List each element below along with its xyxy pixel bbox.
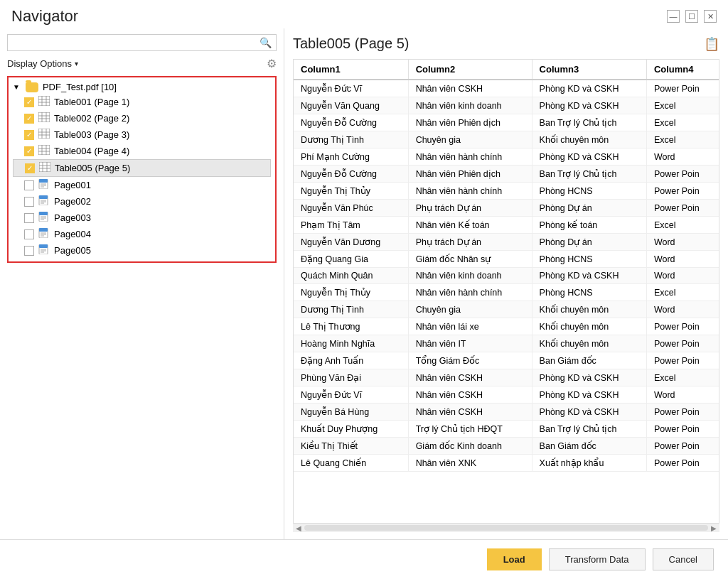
- tree-item-label: Page005: [54, 245, 91, 256]
- table-cell: Nhân viên CSKH: [408, 404, 532, 421]
- svg-rect-15: [38, 145, 50, 155]
- tree-page-item[interactable]: Page004: [13, 226, 271, 242]
- tree-page-item[interactable]: Page002: [13, 193, 271, 210]
- load-button[interactable]: Load: [487, 548, 542, 570]
- page-icon: [38, 244, 50, 256]
- right-header: Table005 (Page 5) 📋: [293, 36, 719, 52]
- table-row: Đặng Anh TuấnTổng Giám ĐốcBan Giám đốcPo…: [294, 352, 719, 369]
- table-column-header: Column2: [408, 60, 532, 80]
- footer: Load Transform Data Cancel: [0, 539, 728, 579]
- table-cell: Excel: [646, 131, 719, 148]
- tree-table-item[interactable]: ✓Table005 (Page 5): [13, 159, 271, 177]
- preview-icon: 📋: [704, 36, 719, 52]
- table-cell: Nhân viên hành chính: [408, 284, 532, 301]
- checkbox[interactable]: ✓: [24, 97, 34, 107]
- tree-item-label: Page004: [54, 229, 91, 239]
- tree-folder-header[interactable]: ▼ PDF_Test.pdf [10]: [13, 80, 271, 94]
- close-button[interactable]: ✕: [704, 10, 717, 23]
- table-row: Quách Minh QuânNhân viên kinh doanhPhòng…: [294, 268, 719, 284]
- table-cell: Ban Trợ lý Chủ tịch: [532, 114, 646, 131]
- table-icon: [38, 96, 50, 108]
- checkbox[interactable]: ✓: [24, 130, 34, 140]
- table-cell: Ban Trợ lý Chủ tịch: [532, 166, 646, 183]
- tree-page-item[interactable]: Page001: [13, 177, 271, 193]
- table-cell: Phòng KD và CSKH: [532, 97, 646, 114]
- checkbox[interactable]: ✓: [24, 146, 34, 156]
- table-cell: Power Poin: [646, 438, 719, 455]
- table-cell: Nguyễn Đỗ Cường: [294, 114, 408, 131]
- table-column-header: Column3: [532, 60, 646, 80]
- checkbox[interactable]: [24, 180, 34, 190]
- table-cell: Power Poin: [646, 318, 719, 335]
- table-cell: Phòng KD và CSKH: [532, 404, 646, 421]
- table-cell: Phòng KD và CSKH: [532, 148, 646, 166]
- maximize-button[interactable]: ☐: [685, 10, 698, 23]
- tree-table-item[interactable]: ✓Table001 (Page 1): [13, 94, 271, 110]
- chevron-down-icon: ▾: [75, 60, 78, 67]
- folder-icon: [26, 82, 38, 92]
- tree-table-item[interactable]: ✓Table003 (Page 3): [13, 126, 271, 143]
- checkbox[interactable]: ✓: [25, 163, 35, 173]
- table-cell: Phụ trách Dự án: [408, 234, 532, 251]
- table-row: Nguyễn Đỗ CườngNhân viên Phiên dịchBan T…: [294, 166, 719, 183]
- table-cell: Word: [646, 301, 719, 318]
- tree-page-item[interactable]: Page005: [13, 242, 271, 259]
- table-cell: Ban Trợ lý Chủ tịch: [532, 421, 646, 438]
- table-body: Nguyễn Đức VĩNhân viên CSKHPhòng KD và C…: [294, 80, 719, 472]
- display-options-button[interactable]: Display Options ▾: [7, 58, 78, 69]
- table-cell: Excel: [646, 284, 719, 301]
- table-cell: Phùng Văn Đại: [294, 369, 408, 386]
- table-cell: Lê Thị Thương: [294, 318, 408, 335]
- horizontal-scrollbar[interactable]: ◀ ▶: [293, 524, 719, 532]
- dialog-title: Navigator: [11, 7, 78, 26]
- table-icon: [38, 145, 50, 157]
- table-cell: Phụ trách Dự án: [408, 200, 532, 217]
- table-cell: Power Poin: [646, 352, 719, 369]
- tree-page-item[interactable]: Page003: [13, 210, 271, 226]
- search-icon: 🔍: [259, 37, 272, 48]
- table-cell: Power Poin: [646, 166, 719, 183]
- table-cell: Phòng KD và CSKH: [532, 369, 646, 386]
- transform-data-button[interactable]: Transform Data: [549, 548, 646, 570]
- table-row: Nguyễn Đỗ CườngNhân viên Phiên dịchBan T…: [294, 114, 719, 131]
- checkbox[interactable]: [24, 213, 34, 223]
- svg-rect-46: [39, 244, 48, 248]
- table-row: Dương Thị TìnhChuyên giaKhối chuyên mônW…: [294, 301, 719, 318]
- table-row: Phùng Văn ĐạiNhân viên CSKHPhòng KD và C…: [294, 369, 719, 386]
- table-cell: Nguyễn Văn Dương: [294, 234, 408, 251]
- main-content: 🔍 Display Options ▾ ⚙ ▼ PDF_Test.pdf [10…: [0, 28, 728, 539]
- checkbox[interactable]: [24, 229, 34, 239]
- table-cell: Word: [646, 148, 719, 166]
- table-cell: Nguyễn Văn Phúc: [294, 200, 408, 217]
- table-cell: Power Poin: [646, 80, 719, 97]
- tree-table-item[interactable]: ✓Table004 (Page 4): [13, 143, 271, 159]
- window-controls: — ☐ ✕: [667, 10, 717, 23]
- tree-table-item[interactable]: ✓Table002 (Page 2): [13, 110, 271, 126]
- scrollbar-track[interactable]: [304, 525, 708, 531]
- scroll-right-icon[interactable]: ▶: [710, 524, 718, 532]
- table-row: Dương Thị TìnhChuyên giaKhối chuyên mônE…: [294, 131, 719, 148]
- table-cell: Giám đốc Nhân sự: [408, 251, 532, 268]
- table-cell: Nguyễn Đức Vĩ: [294, 80, 408, 97]
- scroll-left-icon[interactable]: ◀: [294, 524, 303, 532]
- table-column-header: Column4: [646, 60, 719, 80]
- table-cell: Nhân viên CSKH: [408, 386, 532, 404]
- cancel-button[interactable]: Cancel: [653, 548, 714, 570]
- tree-item-label: Table005 (Page 5): [55, 163, 130, 173]
- table-cell: Nhân viên Phiên dịch: [408, 166, 532, 183]
- settings-icon: ⚙: [267, 57, 277, 70]
- table-cell: Phí Mạnh Cường: [294, 148, 408, 166]
- table-cell: Phòng Dự án: [532, 200, 646, 217]
- table-cell: Nguyễn Văn Quang: [294, 97, 408, 114]
- table-cell: Dương Thị Tình: [294, 131, 408, 148]
- search-input[interactable]: [12, 38, 259, 48]
- checkbox[interactable]: [24, 197, 34, 207]
- checkbox[interactable]: ✓: [24, 114, 34, 124]
- table-cell: Excel: [646, 217, 719, 234]
- tree-item-label: Table002 (Page 2): [54, 113, 129, 124]
- table-cell: Excel: [646, 97, 719, 114]
- minimize-button[interactable]: —: [667, 10, 680, 23]
- table-row: Nguyễn Thị ThủyNhân viên hành chínhPhòng…: [294, 284, 719, 301]
- table-row: Khuất Duy PhượngTrợ lý Chủ tịch HĐQTBan …: [294, 421, 719, 438]
- checkbox[interactable]: [24, 246, 34, 256]
